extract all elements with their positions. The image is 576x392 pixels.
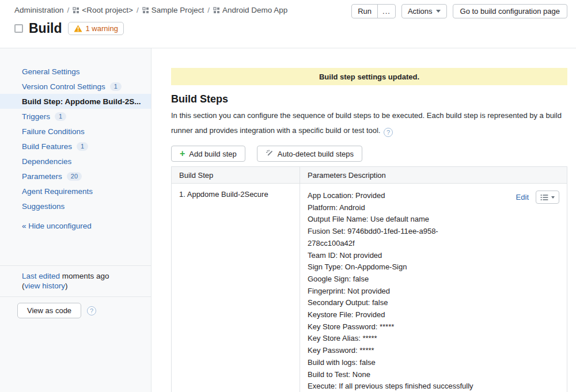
parameters-list: App Location: ProvidedPlatform: AndroidO… bbox=[308, 190, 480, 392]
sidebar-item[interactable]: Build Step: Appdome Build-2S... bbox=[0, 94, 151, 109]
parameter-line: Key Store Alias: ***** bbox=[308, 333, 480, 345]
project-grid-icon bbox=[213, 7, 220, 14]
goto-build-config-button[interactable]: Go to build configuration page bbox=[453, 4, 567, 18]
count-badge: 1 bbox=[77, 142, 88, 151]
parameter-line: Key Password: ***** bbox=[308, 345, 480, 357]
bullet-list-icon bbox=[540, 194, 548, 201]
question-circle-icon[interactable]: ? bbox=[384, 128, 393, 137]
header-buttons: Run ... Actions Go to build configuratio… bbox=[351, 4, 567, 18]
chevron-down-icon bbox=[551, 196, 555, 199]
hide-unconfigured-link[interactable]: « Hide unconfigured bbox=[0, 218, 151, 233]
page-title: Build bbox=[29, 21, 62, 36]
parameter-line: Google Sign: false bbox=[308, 273, 480, 286]
sidebar-item[interactable]: Suggestions bbox=[0, 199, 151, 214]
top-bar: Administration/<Root project>/Sample Pro… bbox=[0, 0, 576, 48]
sidebar-item-label: General Settings bbox=[22, 67, 80, 76]
parameters-cell: App Location: ProvidedPlatform: AndroidO… bbox=[308, 190, 559, 392]
last-edited-block: Last edited moments ago (view history) bbox=[0, 266, 151, 296]
last-edited-link[interactable]: Last edited bbox=[22, 272, 60, 280]
pause-checkbox[interactable] bbox=[14, 24, 23, 33]
count-badge: 1 bbox=[110, 82, 122, 91]
sidebar-item[interactable]: Parameters20 bbox=[0, 169, 151, 184]
warning-triangle-icon bbox=[74, 25, 82, 32]
autodetect-steps-label: Auto-detect build steps bbox=[278, 150, 354, 158]
sidebar-item[interactable]: Dependencies bbox=[0, 154, 151, 169]
column-header-parameters: Parameters Description bbox=[300, 167, 567, 184]
sidebar-item-label: Dependencies bbox=[22, 157, 71, 166]
plus-icon: + bbox=[180, 149, 185, 158]
sidebar-spacer bbox=[0, 233, 151, 265]
step-actions-row: + Add build step Auto-detect build steps bbox=[171, 146, 567, 162]
edit-link[interactable]: Edit bbox=[516, 193, 529, 201]
sidebar-item-label: Agent Requirements bbox=[22, 187, 93, 196]
view-as-code-button[interactable]: View as code bbox=[17, 303, 81, 318]
question-circle-icon[interactable]: ? bbox=[87, 306, 96, 315]
breadcrumb-separator: / bbox=[207, 6, 210, 14]
breadcrumb-item[interactable]: <Root project> bbox=[73, 6, 133, 14]
row-controls: Edit bbox=[516, 190, 559, 204]
sidebar-item-label: Build Step: Appdome Build-2S... bbox=[22, 97, 141, 106]
sidebar-item[interactable]: Agent Requirements bbox=[0, 184, 151, 199]
sidebar-item[interactable]: Build Features1 bbox=[0, 139, 151, 154]
last-edited-text: moments ago bbox=[60, 272, 109, 280]
chevron-down-icon bbox=[436, 10, 441, 13]
actions-label: Actions bbox=[408, 7, 433, 16]
sidebar-item-label: Failure Conditions bbox=[22, 127, 85, 136]
warning-count-label: 1 warning bbox=[86, 24, 118, 33]
view-as-code-row: View as code ? bbox=[0, 297, 151, 318]
count-badge: 20 bbox=[67, 172, 82, 181]
parameter-line: Secondary Output: false bbox=[308, 297, 480, 309]
sidebar-item[interactable]: Triggers1 bbox=[0, 109, 151, 124]
build-steps-heading: Build Steps bbox=[171, 93, 567, 105]
step-menu-button[interactable] bbox=[536, 191, 559, 204]
page-body: General SettingsVersion Control Settings… bbox=[0, 48, 576, 392]
sidebar-item[interactable]: General Settings bbox=[0, 64, 151, 79]
run-options-button[interactable]: ... bbox=[377, 5, 395, 18]
column-header-build-step: Build Step bbox=[172, 167, 300, 184]
parameter-line: Sign Type: On-Appdome-Sign bbox=[308, 261, 480, 273]
parameter-line: Keystore File: Provided bbox=[308, 309, 480, 321]
sidebar-item[interactable]: Failure Conditions bbox=[0, 124, 151, 139]
sidebar-item-label: Build Features bbox=[22, 142, 72, 151]
parameter-line: Build to Test: None bbox=[308, 369, 480, 381]
breadcrumb-item-label: Sample Project bbox=[151, 6, 204, 14]
parameter-line: Platform: Android bbox=[308, 202, 480, 214]
table-row: 1. Appdome Build-2Secure App Location: P… bbox=[172, 184, 567, 392]
add-build-step-button[interactable]: + Add build step bbox=[171, 146, 245, 162]
parameter-line: Output File Name: Use default name bbox=[308, 214, 480, 226]
autodetect-steps-button[interactable]: Auto-detect build steps bbox=[257, 146, 362, 162]
actions-button[interactable]: Actions bbox=[401, 4, 447, 18]
step-name-cell: 1. Appdome Build-2Secure bbox=[172, 184, 300, 392]
build-steps-description: In this section you can configure the se… bbox=[171, 108, 567, 138]
breadcrumb-item[interactable]: Administration bbox=[14, 6, 64, 14]
breadcrumb-item[interactable]: Sample Project bbox=[142, 6, 204, 14]
build-steps-table: Build Step Parameters Description 1. App… bbox=[171, 166, 567, 392]
parameter-line: Build with logs: false bbox=[308, 357, 480, 369]
breadcrumb-separator: / bbox=[137, 6, 139, 14]
count-badge: 1 bbox=[55, 112, 66, 121]
run-split-button: Run ... bbox=[351, 4, 396, 18]
sidebar-item-label: Suggestions bbox=[22, 202, 65, 211]
view-history-link[interactable]: view history bbox=[25, 281, 66, 290]
add-build-step-label: Add build step bbox=[189, 150, 236, 158]
breadcrumb-item-label: <Root project> bbox=[82, 6, 133, 14]
sidebar-item-label: Version Control Settings bbox=[22, 82, 105, 91]
parameter-line: Execute: If all previous steps finished … bbox=[308, 380, 480, 392]
sidebar-item[interactable]: Version Control Settings1 bbox=[0, 79, 151, 94]
parameter-line: App Location: Provided bbox=[308, 190, 480, 202]
project-grid-icon bbox=[142, 7, 149, 14]
breadcrumb-item-label: Administration bbox=[14, 6, 64, 14]
parameter-line: Fusion Set: 9746bdd0-1fed-11ee-a958-278c… bbox=[308, 226, 480, 249]
success-banner: Build step settings updated. bbox=[171, 68, 567, 85]
breadcrumb-item-label: Android Demo App bbox=[222, 6, 287, 14]
description-text: In this section you can configure the se… bbox=[171, 111, 562, 135]
breadcrumb-separator: / bbox=[67, 6, 70, 14]
warning-badge[interactable]: 1 warning bbox=[68, 22, 124, 35]
sidebar-item-label: Parameters bbox=[22, 172, 62, 181]
parameter-line: Team ID: Not provided bbox=[308, 250, 480, 262]
breadcrumb-item[interactable]: Android Demo App bbox=[213, 6, 287, 14]
main-content: Build step settings updated. Build Steps… bbox=[151, 48, 576, 392]
parameter-line: Fingerprint: Not provided bbox=[308, 286, 480, 298]
run-button[interactable]: Run bbox=[352, 5, 377, 18]
table-header-row: Build Step Parameters Description bbox=[172, 167, 567, 184]
